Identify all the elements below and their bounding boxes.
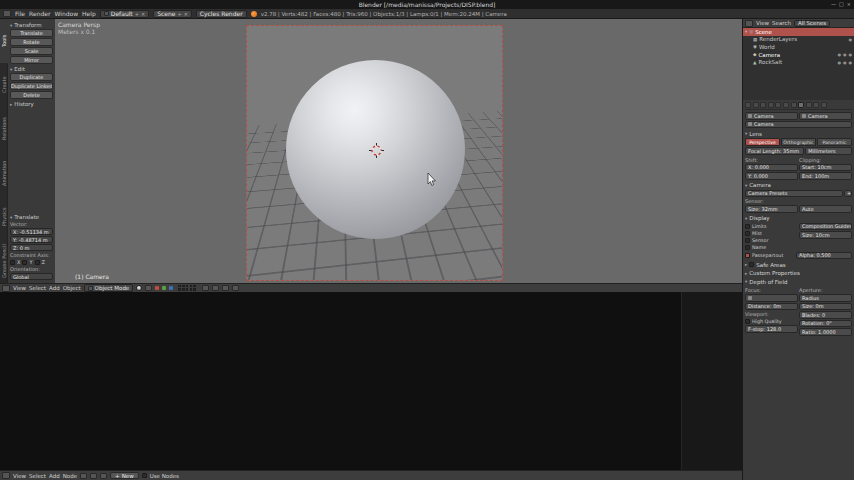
object-menu[interactable]: Object — [63, 285, 81, 291]
use-nodes-checkbox[interactable] — [142, 473, 147, 478]
visibility-eye-icon[interactable]: ● — [838, 52, 842, 57]
close-icon[interactable]: ✕ — [184, 11, 188, 17]
transform-panel-header[interactable]: ▾ Transform — [10, 22, 53, 28]
shelf-tab-create[interactable]: Create — [0, 63, 8, 107]
constraint-z-checkbox[interactable] — [35, 260, 40, 265]
visibility-eye-icon[interactable]: ● — [838, 60, 842, 65]
menu-help[interactable]: Help — [82, 10, 96, 17]
menu-render[interactable]: Render — [29, 10, 50, 17]
display-size-field[interactable]: Size: 10cm — [799, 231, 852, 239]
3d-viewport[interactable]: Camera Persp Meters x 0.1 (1) Camera — [55, 19, 742, 283]
layer-dot[interactable] — [178, 288, 181, 291]
clip-start-field[interactable]: Start: 10cm — [799, 164, 852, 172]
aperture-ratio-field[interactable]: Ratio: 1.0000 — [799, 328, 852, 336]
tab-object-data-icon[interactable] — [798, 102, 804, 108]
composition-guides-dropdown[interactable]: Composition Guides — [799, 223, 852, 231]
lens-type-perspective[interactable]: Perspective — [745, 138, 780, 146]
delete-button[interactable]: Delete — [10, 91, 53, 99]
outliner-row-camera[interactable]: ◆ Camera ● ● ● — [743, 51, 854, 59]
history-panel-header[interactable]: ▸ History — [10, 101, 53, 107]
sensor-checkbox[interactable] — [745, 238, 750, 243]
shelf-tab-animation[interactable]: Animation — [0, 151, 8, 195]
passepartout-checkbox[interactable] — [745, 253, 750, 258]
close-button[interactable]: × — [847, 1, 851, 7]
edit-panel-header[interactable]: ▾ Edit — [10, 66, 53, 72]
render-engine-dropdown[interactable]: Cycles Render — [196, 10, 247, 18]
screen-layout-dropdown[interactable]: Default + ✕ — [100, 10, 149, 18]
shelf-tab-tools[interactable]: Tools — [0, 19, 8, 63]
node-editor-canvas[interactable] — [0, 292, 742, 470]
snap-magnet-icon[interactable] — [202, 285, 209, 291]
outliner-search-menu[interactable]: Search — [772, 20, 791, 26]
dof-distance-field[interactable]: Distance: 0m — [745, 303, 798, 311]
selectability-icon[interactable]: ● — [843, 52, 847, 57]
shader-type-material-icon[interactable] — [80, 473, 87, 479]
vector-x-field[interactable]: X: -0.51134 m — [10, 228, 53, 235]
tab-constraints-icon[interactable] — [783, 102, 789, 108]
minimize-button[interactable]: — — [831, 1, 836, 7]
aperture-type-dropdown[interactable]: Radius — [799, 294, 852, 302]
duplicate-button[interactable]: Duplicate — [10, 73, 53, 81]
shader-type-lamp-icon[interactable] — [100, 473, 107, 479]
manipulator-translate-icon[interactable] — [155, 286, 159, 290]
layer-dot[interactable] — [186, 288, 189, 291]
custom-properties-panel-header[interactable]: ▸ Custom Properties — [745, 270, 852, 276]
layer-dot[interactable] — [178, 285, 181, 288]
preset-add-button[interactable]: + — [844, 190, 852, 198]
rotate-button[interactable]: Rotate — [10, 38, 53, 46]
lens-panel-header[interactable]: ▾ Lens — [745, 131, 852, 137]
layer-dot[interactable] — [186, 285, 189, 288]
breadcrumb-data[interactable]: Camera — [799, 112, 852, 120]
render-toggle-icon[interactable]: ● — [849, 52, 853, 57]
tab-scene-icon[interactable] — [760, 102, 766, 108]
new-node-tree-button[interactable]: + New — [110, 472, 139, 479]
scene-dropdown[interactable]: Scene + ✕ — [153, 10, 192, 18]
snap-element-dropdown[interactable] — [212, 285, 219, 291]
shelf-tab-grease-pencil[interactable]: Grease Pencil — [0, 239, 8, 283]
outliner-row-world[interactable]: ◉ World — [743, 43, 854, 51]
display-panel-header[interactable]: ▾ Display — [745, 215, 852, 221]
menu-file[interactable]: File — [15, 10, 25, 17]
mirror-button[interactable]: Mirror — [10, 56, 53, 64]
dof-focus-object-field[interactable] — [745, 294, 798, 302]
name-checkbox[interactable] — [745, 245, 750, 250]
shader-type-world-icon[interactable] — [90, 473, 97, 479]
select-menu[interactable]: Select — [29, 285, 46, 291]
passepartout-alpha-slider[interactable]: Alpha: 0.500 — [796, 252, 852, 260]
duplicate-linked-button[interactable]: Duplicate Linked — [10, 82, 53, 90]
camera-name-field[interactable]: Camera — [745, 121, 852, 129]
close-icon[interactable]: ✕ — [141, 11, 145, 17]
dof-panel-header[interactable]: ▾ Depth of Field — [745, 279, 852, 285]
constraint-y-checkbox[interactable] — [22, 260, 27, 265]
shelf-tab-physics[interactable]: Physics — [0, 195, 8, 239]
mode-dropdown[interactable]: Object Mode — [84, 284, 134, 292]
node-node-menu[interactable]: Node — [63, 473, 77, 479]
layer-dot[interactable] — [193, 285, 196, 288]
layer-dot[interactable] — [193, 288, 196, 291]
breadcrumb-object[interactable]: Camera — [745, 112, 798, 120]
tab-material-icon[interactable] — [806, 102, 812, 108]
info-editor-type-icon[interactable] — [3, 10, 11, 17]
plus-icon[interactable]: + — [177, 11, 181, 17]
redo-panel-header[interactable]: ▾ Translate — [10, 214, 53, 220]
camera-panel-header[interactable]: ▾ Camera — [745, 182, 852, 188]
outliner-row-rocksalt[interactable]: ▲ RockSalt ● ● ● — [743, 58, 854, 66]
limits-checkbox[interactable] — [745, 224, 750, 229]
shelf-tab-relations[interactable]: Relations — [0, 107, 8, 151]
camera-presets-dropdown[interactable]: Camera Presets — [745, 190, 843, 198]
vector-z-field[interactable]: Z: 0 m — [10, 244, 53, 251]
aperture-rotation-field[interactable]: Rotation: 0° — [799, 320, 852, 328]
add-menu[interactable]: Add — [49, 285, 60, 291]
node-add-menu[interactable]: Add — [49, 473, 60, 479]
layer-dot[interactable] — [182, 285, 185, 288]
aperture-blades-field[interactable]: Blades: 0 — [799, 311, 852, 319]
constraint-x-checkbox[interactable] — [10, 260, 15, 265]
expand-icon[interactable]: ▾ — [745, 29, 747, 34]
outliner-editor-type-icon[interactable] — [745, 20, 753, 27]
render-opengl-icon[interactable] — [222, 285, 229, 291]
safe-areas-checkbox[interactable] — [749, 262, 754, 267]
viewport-shading-dropdown[interactable] — [136, 285, 142, 291]
tab-render-icon[interactable] — [745, 102, 751, 108]
sensor-fit-dropdown[interactable]: Auto — [799, 205, 852, 213]
aperture-size-field[interactable]: Size: 0m — [799, 303, 852, 311]
